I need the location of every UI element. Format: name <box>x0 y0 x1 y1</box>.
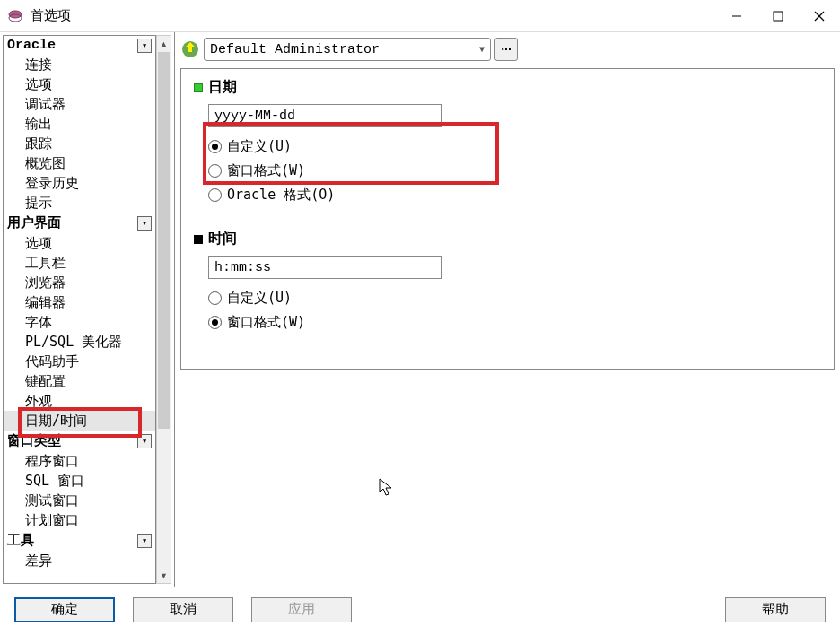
minimize-button[interactable] <box>716 0 757 32</box>
group-title-time: 时间 <box>208 230 237 248</box>
tree-item[interactable]: 程序窗口 <box>4 451 155 471</box>
radio-time-custom[interactable]: 自定义(U) <box>208 286 821 310</box>
chevron-down-icon[interactable]: ▼ <box>137 39 152 53</box>
tree-item[interactable]: 浏览器 <box>4 273 155 292</box>
app-icon <box>7 8 23 24</box>
radio-icon <box>208 164 222 178</box>
group-title-date: 日期 <box>208 78 237 97</box>
tree-item[interactable]: 差异 <box>4 551 155 570</box>
tree-item[interactable]: 输出 <box>4 114 155 134</box>
radio-date-oracle[interactable]: Oracle 格式(O) <box>208 183 821 207</box>
profile-icon <box>180 39 200 59</box>
profile-select[interactable]: Default Administrator ▼ <box>204 38 491 61</box>
tree-item[interactable]: 调试器 <box>4 94 155 114</box>
titlebar: 首选项 <box>0 0 840 32</box>
radio-icon <box>208 188 222 202</box>
close-button[interactable] <box>799 0 840 32</box>
tree-section-ui[interactable]: 用户界面 ▼ <box>4 213 155 233</box>
content-panel: Default Administrator ▼ ··· 日期 自定义(U) <box>175 32 840 587</box>
tree-item[interactable]: 键配置 <box>4 371 155 391</box>
apply-button[interactable]: 应用 <box>251 597 352 622</box>
radio-time-window[interactable]: 窗口格式(W) <box>208 310 821 335</box>
cancel-button[interactable]: 取消 <box>133 597 233 622</box>
tree-item[interactable]: 选项 <box>4 233 155 253</box>
sidebar-scrollbar[interactable]: ▲ ▼ <box>156 35 171 584</box>
profile-more-button[interactable]: ··· <box>494 38 518 61</box>
radio-icon <box>208 140 222 153</box>
scrollbar-thumb[interactable] <box>158 52 170 429</box>
radio-date-window[interactable]: 窗口格式(W) <box>208 159 821 183</box>
tree-item[interactable]: 选项 <box>4 74 155 94</box>
chevron-down-icon: ▼ <box>479 45 485 55</box>
svg-rect-3 <box>774 12 783 21</box>
tree-item[interactable]: 外观 <box>4 391 155 411</box>
window-title: 首选项 <box>31 7 716 24</box>
time-format-input[interactable] <box>208 256 442 279</box>
tree-item[interactable]: SQL 窗口 <box>4 471 155 491</box>
ok-button[interactable]: 确定 <box>14 597 115 622</box>
status-indicator-icon <box>194 83 203 92</box>
status-indicator-icon <box>194 235 203 244</box>
tree-item[interactable]: 计划窗口 <box>4 510 155 530</box>
tree-item[interactable]: 字体 <box>4 312 155 332</box>
tree-item[interactable]: 概览图 <box>4 153 155 173</box>
sidebar: Oracle ▼ 连接 选项 调试器 输出 跟踪 概览图 登录历史 提示 用户界… <box>0 32 175 587</box>
tree-item[interactable]: 登录历史 <box>4 173 155 193</box>
tree-item[interactable]: 编辑器 <box>4 292 155 312</box>
tree-section-oracle[interactable]: Oracle ▼ <box>4 36 155 55</box>
tree-item[interactable]: 代码助手 <box>4 352 155 371</box>
date-format-input[interactable] <box>208 104 442 127</box>
tree-item[interactable]: 跟踪 <box>4 134 155 153</box>
tree-item[interactable]: 连接 <box>4 55 155 74</box>
radio-date-custom[interactable]: 自定义(U) <box>208 135 821 159</box>
scroll-down-icon[interactable]: ▼ <box>157 568 171 583</box>
tree-item[interactable]: PL/SQL 美化器 <box>4 332 155 352</box>
chevron-down-icon[interactable]: ▼ <box>137 534 152 548</box>
chevron-down-icon[interactable]: ▼ <box>137 434 152 448</box>
tree-section-tools[interactable]: 工具 ▼ <box>4 530 155 551</box>
tree-item[interactable]: 工具栏 <box>4 253 155 273</box>
window-controls <box>716 0 840 32</box>
radio-icon <box>208 316 222 329</box>
button-bar: 确定 取消 应用 帮助 <box>0 587 840 631</box>
tree-section-windowtype[interactable]: 窗口类型 ▼ <box>4 431 155 451</box>
help-button[interactable]: 帮助 <box>725 597 826 622</box>
chevron-down-icon[interactable]: ▼ <box>137 216 152 231</box>
tree-item[interactable]: 测试窗口 <box>4 491 155 510</box>
tree-item[interactable]: 提示 <box>4 193 155 213</box>
category-tree[interactable]: Oracle ▼ 连接 选项 调试器 输出 跟踪 概览图 登录历史 提示 用户界… <box>3 35 156 584</box>
scroll-up-icon[interactable]: ▲ <box>157 36 171 51</box>
tree-item-datetime[interactable]: 日期/时间 <box>4 411 155 431</box>
maximize-button[interactable] <box>757 0 799 32</box>
radio-icon <box>208 291 222 305</box>
